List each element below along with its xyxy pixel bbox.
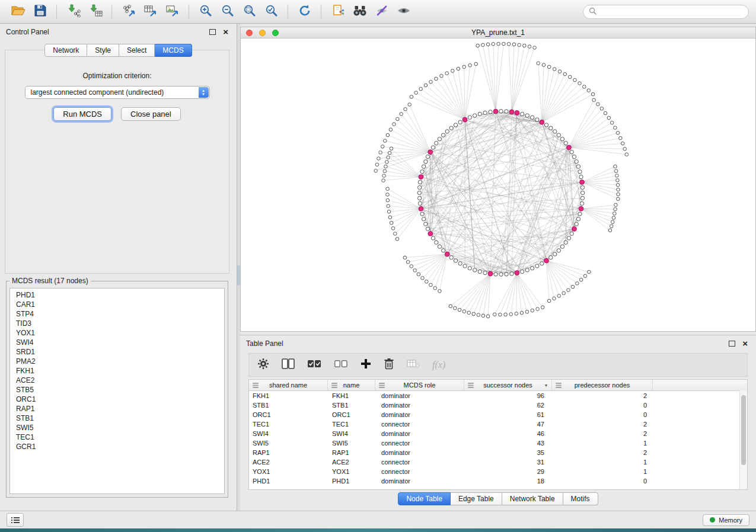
mcds-result-item[interactable]: RAP1 [10,404,224,414]
open-file-button[interactable] [7,2,29,21]
export-network-button[interactable] [117,2,139,21]
mcds-result-item[interactable]: GCR1 [10,442,224,451]
control-panel: Control Panel × NetworkStyleSelectMCDS O… [0,24,237,511]
cell-successor-nodes: 43 [464,440,552,447]
mcds-result-item[interactable]: PHD1 [10,290,224,300]
column-header-predecessor-nodes[interactable]: predecessor nodes [552,380,653,390]
search-network-button[interactable] [349,2,371,21]
zoom-selected-button[interactable] [260,2,282,21]
network-title: YPA_prune.txt_1 [241,28,755,37]
mcds-result-item[interactable]: SWI5 [10,423,224,432]
tab-edge-table[interactable]: Edge Table [451,492,502,505]
column-header-mcds-role[interactable]: MCDS role [375,380,464,390]
zoom-in-button[interactable] [194,2,216,21]
column-header-name[interactable]: name [328,380,375,390]
add-column-button[interactable] [361,358,371,371]
float-panel-icon[interactable] [729,341,735,347]
column-menu-icon[interactable] [379,382,385,389]
mcds-result-item[interactable]: SRD1 [10,347,224,357]
column-menu-icon[interactable] [331,382,337,389]
memory-button[interactable]: Memory [703,514,749,526]
mcds-result-item[interactable]: TEC1 [10,432,224,442]
table-row[interactable]: SWI4SWI4dominator462 [249,429,747,438]
refresh-button[interactable] [294,2,315,21]
table-row[interactable]: PHD1PHD1dominator180 [249,476,747,486]
optimization-criterion-dropdown[interactable]: largest connected component (undirected)… [25,86,210,99]
mcds-result-item[interactable]: STB5 [10,385,224,395]
share-document-button[interactable] [327,2,349,21]
mcds-result-list[interactable]: PHD1CAR1STP4TID3YOX1SWI4SRD1PMA2FKH1ACE2… [9,288,225,494]
table-row[interactable]: ACE2ACE2connector311 [249,457,747,467]
main-toolbar [0,0,756,24]
tab-select[interactable]: Select [119,44,155,57]
save-session-button[interactable] [29,2,51,21]
export-image-button[interactable] [161,2,183,21]
tab-network[interactable]: Network [44,44,87,57]
column-menu-icon[interactable] [556,382,562,389]
scrollbar-thumb[interactable] [741,395,746,465]
import-network-button[interactable] [62,2,84,21]
mcds-result-item[interactable]: ORC1 [10,395,224,404]
table-scrollbar[interactable] [739,390,747,489]
mcds-result-item[interactable]: STP4 [10,309,224,319]
delete-column-button[interactable] [384,358,394,372]
cell-mcds-role: dominator [375,402,464,409]
select-all-button[interactable] [307,359,321,371]
tab-style[interactable]: Style [87,44,119,57]
run-mcds-button[interactable]: Run MCDS [53,107,111,121]
cell-name: YOX1 [328,468,375,475]
zoom-out-button[interactable] [216,2,238,21]
column-menu-icon[interactable] [468,382,474,389]
mcds-result-item[interactable]: YOX1 [10,328,224,338]
tab-network-table[interactable]: Network Table [502,492,563,505]
mcds-result-item[interactable]: STB1 [10,414,224,423]
network-titlebar[interactable]: YPA_prune.txt_1 [241,27,755,39]
tab-node-table[interactable]: Node Table [398,492,451,505]
column-header-label: shared name [269,382,307,389]
show-columns-button[interactable] [282,358,295,371]
mcds-result-item[interactable]: TID3 [10,319,224,328]
close-panel-button[interactable]: Close panel [121,107,181,121]
table-row[interactable]: ORC1ORC1dominator610 [249,410,747,419]
table-row[interactable]: FKH1FKH1dominator962 [249,391,747,400]
sort-indicator-icon[interactable]: ▾ [545,383,547,388]
maximize-window-icon[interactable] [272,30,279,36]
table-row[interactable]: YOX1YOX1connector291 [249,467,747,476]
zoom-fit-button[interactable] [238,2,260,21]
mcds-result-item[interactable]: CAR1 [10,300,224,309]
column-header-successor-nodes[interactable]: successor nodes▾ [464,380,552,390]
column-header-shared-name[interactable]: shared name [249,380,328,390]
table-options-button[interactable] [257,358,269,372]
close-window-icon[interactable] [246,30,253,36]
table-row[interactable]: TEC1TEC1connector472 [249,419,747,429]
mcds-result-item[interactable]: FKH1 [10,366,224,376]
search-box[interactable] [583,5,749,19]
mcds-result-group: MCDS result (17 nodes) PHD1CAR1STP4TID3Y… [6,277,228,498]
task-history-button[interactable] [7,513,24,527]
close-panel-icon[interactable]: × [742,341,748,347]
cell-mcds-role: dominator [375,392,464,399]
open-folder-icon [11,5,25,19]
table-row[interactable]: RAP1RAP1dominator352 [249,448,747,457]
minimize-window-icon[interactable] [259,30,266,36]
deselect-all-button[interactable] [334,359,348,371]
cell-name: SWI5 [328,440,375,447]
show-graphics-button[interactable] [393,2,414,21]
table-row[interactable]: SWI5SWI5connector431 [249,438,747,448]
table-row[interactable]: STB1STB1dominator620 [249,400,747,410]
close-panel-icon[interactable]: × [223,29,228,35]
export-table-button[interactable] [139,2,161,21]
column-menu-icon[interactable] [253,382,259,389]
float-panel-icon[interactable] [209,29,216,35]
mcds-result-item[interactable]: SWI4 [10,338,224,347]
network-canvas[interactable] [241,38,755,331]
tab-motifs[interactable]: Motifs [563,492,598,505]
hide-style-button[interactable] [371,2,393,21]
tab-mcds[interactable]: MCDS [155,44,192,57]
mcds-result-item[interactable]: ACE2 [10,376,224,385]
search-input[interactable] [600,7,743,17]
cell-shared-name: ACE2 [249,459,328,466]
cell-shared-name: TEC1 [249,421,328,428]
import-table-button[interactable] [84,2,106,21]
mcds-result-item[interactable]: PMA2 [10,357,224,366]
